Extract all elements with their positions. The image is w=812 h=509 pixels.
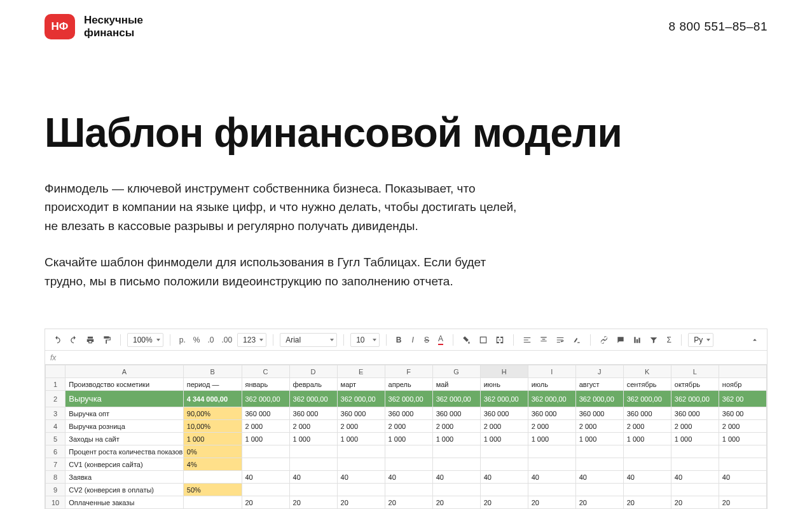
cell[interactable] — [528, 445, 575, 458]
cell[interactable] — [623, 484, 671, 496]
row-number[interactable]: 10 — [46, 496, 65, 509]
cell[interactable]: период — — [183, 378, 242, 391]
chart-icon[interactable] — [630, 333, 644, 347]
font-dropdown[interactable]: Arial — [280, 333, 337, 347]
row-number[interactable]: 9 — [46, 484, 65, 496]
cell[interactable]: 2 000 — [623, 420, 671, 433]
cell[interactable]: 360 00 — [719, 407, 766, 420]
font-size-dropdown[interactable]: 10 — [350, 333, 380, 347]
undo-icon[interactable] — [50, 333, 64, 347]
cell[interactable]: октябрь — [671, 378, 719, 391]
cell[interactable]: 1 000 — [242, 433, 289, 445]
cell[interactable]: 2 000 — [671, 420, 719, 433]
collapse-toolbar-icon[interactable] — [748, 333, 762, 347]
cell[interactable]: 20 — [719, 496, 766, 509]
column-header-B[interactable]: B — [183, 365, 242, 378]
currency-format[interactable]: р. — [177, 333, 188, 347]
cell[interactable]: 360 000 — [242, 407, 289, 420]
cell[interactable] — [671, 445, 719, 458]
cell[interactable]: 40 — [623, 471, 671, 484]
cell[interactable]: 20 — [575, 496, 623, 509]
cell[interactable]: февраль — [289, 378, 337, 391]
italic-icon[interactable]: I — [407, 333, 418, 347]
zoom-dropdown[interactable]: 100% — [127, 333, 163, 347]
cell[interactable]: 360 000 — [671, 407, 719, 420]
strike-icon[interactable]: S — [421, 333, 432, 347]
cell[interactable]: 20 — [289, 496, 337, 509]
select-all-corner[interactable] — [46, 365, 65, 378]
cell[interactable] — [337, 458, 385, 471]
cell[interactable]: ноябр — [719, 378, 766, 391]
link-icon[interactable] — [597, 333, 611, 347]
redo-icon[interactable] — [67, 333, 81, 347]
cell[interactable] — [385, 458, 432, 471]
row-number[interactable]: 2 — [46, 391, 65, 407]
cell[interactable] — [385, 445, 432, 458]
cell[interactable] — [671, 458, 719, 471]
cell[interactable] — [528, 458, 575, 471]
cell[interactable]: Оплаченные заказы — [65, 496, 184, 509]
borders-icon[interactable] — [476, 333, 490, 347]
cell[interactable] — [289, 484, 337, 496]
cell[interactable]: 360 000 — [575, 407, 623, 420]
text-color-icon[interactable]: A — [435, 333, 446, 347]
cell[interactable]: 4 344 000,00 — [183, 391, 242, 407]
cell[interactable]: 40 — [289, 471, 337, 484]
cell[interactable] — [242, 445, 289, 458]
cell[interactable] — [432, 484, 480, 496]
cell[interactable]: Выручка опт — [65, 407, 184, 420]
cell[interactable]: 2 000 — [385, 420, 432, 433]
cell[interactable]: 2 000 — [432, 420, 480, 433]
cell[interactable] — [575, 484, 623, 496]
cell[interactable]: 1 000 — [432, 433, 480, 445]
cell[interactable]: 1 000 — [528, 433, 575, 445]
cell[interactable]: апрель — [385, 378, 432, 391]
cell[interactable]: 2 000 — [337, 420, 385, 433]
cell[interactable]: 2 000 — [575, 420, 623, 433]
cell[interactable]: Заходы на сайт — [65, 433, 184, 445]
v-align-icon[interactable] — [537, 333, 551, 347]
cell[interactable] — [480, 484, 528, 496]
cell[interactable]: август — [575, 378, 623, 391]
cell[interactable] — [719, 445, 766, 458]
cell[interactable]: 2 000 — [719, 420, 766, 433]
cell[interactable]: 362 000,00 — [242, 391, 289, 407]
cell[interactable]: 1 000 — [385, 433, 432, 445]
column-header-F[interactable]: F — [385, 365, 432, 378]
cell[interactable]: CV1 (конверсия сайта) — [65, 458, 184, 471]
script-dropdown[interactable]: Ру — [688, 333, 713, 347]
cell[interactable]: 360 000 — [528, 407, 575, 420]
cell[interactable]: 362 000,00 — [528, 391, 575, 407]
cell[interactable] — [480, 445, 528, 458]
cell[interactable]: 40 — [337, 471, 385, 484]
cell[interactable]: 1 000 — [183, 433, 242, 445]
cell[interactable]: 362 000,00 — [480, 391, 528, 407]
cell[interactable] — [337, 445, 385, 458]
cell[interactable]: 1 000 — [289, 433, 337, 445]
cell[interactable]: 1 000 — [719, 433, 766, 445]
row-number[interactable]: 5 — [46, 433, 65, 445]
cell[interactable]: сентябрь — [623, 378, 671, 391]
bold-icon[interactable]: B — [393, 333, 404, 347]
cell[interactable]: 362 000,00 — [432, 391, 480, 407]
column-header-G[interactable]: G — [432, 365, 480, 378]
cell[interactable]: 20 — [432, 496, 480, 509]
cell[interactable] — [575, 445, 623, 458]
row-number[interactable]: 7 — [46, 458, 65, 471]
row-number[interactable]: 3 — [46, 407, 65, 420]
cell[interactable]: Выручка — [65, 391, 184, 407]
cell[interactable]: март — [337, 378, 385, 391]
functions-icon[interactable]: Σ — [663, 333, 675, 347]
cell[interactable]: 40 — [719, 471, 766, 484]
cell[interactable]: 360 000 — [289, 407, 337, 420]
cell[interactable] — [183, 471, 242, 484]
cell[interactable]: 2 000 — [242, 420, 289, 433]
column-header-C[interactable]: C — [242, 365, 289, 378]
column-header[interactable] — [719, 365, 766, 378]
cell[interactable] — [242, 484, 289, 496]
merge-icon[interactable] — [493, 333, 507, 347]
cell[interactable]: 362 000,00 — [623, 391, 671, 407]
h-align-icon[interactable] — [520, 333, 534, 347]
cell[interactable]: 90,00% — [183, 407, 242, 420]
column-header-D[interactable]: D — [289, 365, 337, 378]
